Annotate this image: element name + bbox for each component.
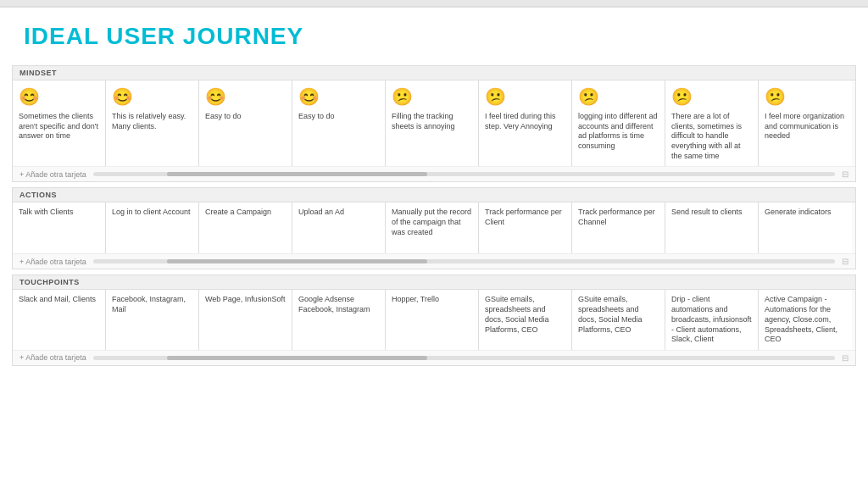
touchpoint-text-0: Slack and Mail, Clients — [19, 295, 99, 305]
touchpoint-text-6: GSuite emails, spreadsheets and docs, So… — [578, 295, 659, 335]
mindset-text-3: Easy to do — [298, 112, 379, 122]
mindset-cell-7: 😕 There are a lot of clients, sometimes … — [665, 80, 759, 166]
action-cell-1: Log in to client Account — [106, 202, 199, 253]
action-text-5: Track performance per Client — [485, 208, 565, 227]
touchpoint-cell-5: GSuite emails, spreadsheets and docs, So… — [479, 290, 572, 349]
touchpoint-cell-6: GSuite emails, spreadsheets and docs, So… — [572, 290, 665, 349]
touchpoints-add-button[interactable]: + Añade otra tarjeta — [19, 353, 86, 362]
touchpoint-cell-0: Slack and Mail, Clients — [13, 290, 106, 349]
mindset-row: 😊 Sometimes the clients aren't specific … — [13, 80, 855, 166]
actions-scrollbar[interactable] — [93, 259, 835, 263]
emoji-7: 😕 — [671, 86, 752, 108]
action-cell-8: Generate indicators — [759, 202, 852, 253]
emoji-5: 😕 — [485, 86, 565, 108]
touchpoints-row: Slack and Mail, Clients Facebook, Instag… — [13, 290, 855, 349]
mindset-header: MINDSET — [13, 66, 855, 80]
mindset-text-6: logging into different ad accounts and d… — [578, 112, 659, 152]
mindset-cell-5: 😕 I feel tired during this step. Very An… — [479, 80, 572, 166]
page-title: IDEAL USER JOURNEY — [0, 8, 868, 65]
mindset-text-2: Easy to do — [205, 112, 286, 122]
action-text-8: Generate indicators — [765, 208, 846, 218]
emoji-2: 😊 — [205, 86, 286, 108]
touchpoints-scrollbar[interactable] — [93, 356, 835, 360]
mindset-text-4: Filling the tracking sheets is annoying — [392, 112, 472, 131]
touchpoint-cell-7: Drip - client automations and broadcasts… — [665, 290, 759, 349]
touchpoints-header: TOUCHPOINTS — [13, 275, 855, 290]
touchpoint-text-8: Active Campaign - Automations for the ag… — [765, 295, 846, 344]
emoji-1: 😊 — [112, 86, 192, 108]
mindset-text-5: I feel tired during this step. Very Anno… — [485, 112, 565, 131]
touchpoint-text-4: Hopper, Trello — [392, 295, 472, 305]
mindset-text-8: I feel more organization and communicati… — [765, 112, 846, 141]
actions-header: ACTIONS — [13, 188, 855, 202]
action-text-4: Manually put the record of the campaign … — [392, 208, 472, 237]
touchpoint-text-1: Facebook, Instagram, Mail — [112, 295, 192, 314]
mindset-cell-0: 😊 Sometimes the clients aren't specific … — [13, 80, 106, 166]
mindset-add-button[interactable]: + Añade otra tarjeta — [19, 170, 86, 179]
touchpoints-section: TOUCHPOINTS Slack and Mail, Clients Face… — [12, 274, 856, 365]
actions-section: ACTIONS Talk with Clients Log in to clie… — [12, 187, 856, 269]
actions-footer: + Añade otra tarjeta ⊟ — [13, 253, 855, 269]
touchpoints-delete-icon[interactable]: ⊟ — [842, 353, 849, 363]
touchpoint-text-2: Web Page, InfusionSoft — [205, 295, 286, 305]
mindset-cell-8: 😕 I feel more organization and communica… — [759, 80, 852, 166]
emoji-0: 😊 — [19, 86, 99, 108]
touchpoint-cell-8: Active Campaign - Automations for the ag… — [759, 290, 852, 349]
action-text-6: Track performance per Channel — [578, 208, 659, 227]
action-text-1: Log in to client Account — [112, 208, 192, 218]
action-text-2: Create a Campaign — [205, 208, 286, 218]
touchpoint-cell-1: Facebook, Instagram, Mail — [106, 290, 199, 349]
action-cell-3: Upload an Ad — [292, 202, 386, 253]
mindset-text-0: Sometimes the clients aren't specific an… — [19, 112, 99, 141]
top-bar — [0, 0, 868, 7]
emoji-4: 😕 — [392, 86, 472, 108]
actions-scrollbar-thumb — [167, 259, 426, 263]
action-cell-4: Manually put the record of the campaign … — [386, 202, 479, 253]
mindset-text-1: This is relatively easy. Many clients. — [112, 112, 192, 131]
touchpoints-footer: + Añade otra tarjeta ⊟ — [13, 350, 855, 365]
mindset-text-7: There are a lot of clients, sometimes is… — [671, 112, 752, 161]
action-cell-6: Track performance per Channel — [572, 202, 665, 253]
actions-row: Talk with Clients Log in to client Accou… — [13, 202, 855, 253]
mindset-cell-1: 😊 This is relatively easy. Many clients. — [106, 80, 199, 166]
touchpoint-text-5: GSuite emails, spreadsheets and docs, So… — [485, 295, 565, 335]
mindset-cell-2: 😊 Easy to do — [199, 80, 292, 166]
action-cell-0: Talk with Clients — [13, 202, 106, 253]
emoji-8: 😕 — [765, 86, 846, 108]
mindset-delete-icon[interactable]: ⊟ — [842, 169, 849, 179]
journey-container: MINDSET 😊 Sometimes the clients aren't s… — [0, 65, 868, 383]
actions-delete-icon[interactable]: ⊟ — [842, 257, 849, 266]
touchpoint-text-3: Google Adsense Facebook, Instagram — [298, 295, 379, 314]
mindset-cell-6: 😕 logging into different ad accounts and… — [572, 80, 665, 166]
mindset-footer: + Añade otra tarjeta ⊟ — [13, 166, 855, 181]
touchpoint-text-7: Drip - client automations and broadcasts… — [671, 295, 752, 344]
touchpoint-cell-2: Web Page, InfusionSoft — [199, 290, 292, 349]
mindset-scrollbar[interactable] — [93, 172, 835, 176]
action-text-7: Send result to clients — [671, 208, 752, 218]
mindset-scrollbar-thumb — [167, 172, 426, 176]
touchpoint-cell-4: Hopper, Trello — [386, 290, 479, 349]
action-cell-7: Send result to clients — [665, 202, 759, 253]
action-text-3: Upload an Ad — [298, 208, 379, 218]
mindset-cell-3: 😊 Easy to do — [292, 80, 386, 166]
touchpoint-cell-3: Google Adsense Facebook, Instagram — [292, 290, 386, 349]
action-text-0: Talk with Clients — [19, 208, 99, 218]
action-cell-5: Track performance per Client — [479, 202, 572, 253]
touchpoints-scrollbar-thumb — [167, 356, 426, 360]
actions-add-button[interactable]: + Añade otra tarjeta — [19, 258, 86, 266]
mindset-section: MINDSET 😊 Sometimes the clients aren't s… — [12, 65, 856, 182]
emoji-6: 😕 — [578, 86, 659, 108]
mindset-cell-4: 😕 Filling the tracking sheets is annoyin… — [386, 80, 479, 166]
action-cell-2: Create a Campaign — [199, 202, 292, 253]
emoji-3: 😊 — [298, 86, 379, 108]
